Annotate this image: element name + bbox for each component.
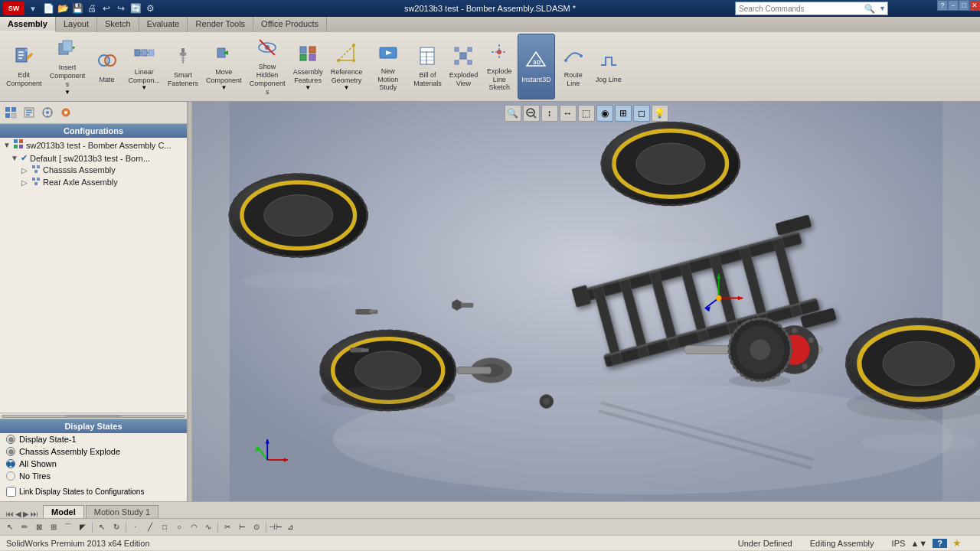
- linear-comp-arrow[interactable]: ▼: [141, 84, 147, 91]
- bt-relation-btn[interactable]: ⊿: [283, 520, 297, 534]
- tree-default-config[interactable]: ▼ ✔ Default [ sw2013b3 test - Born...: [0, 152, 187, 164]
- mate-btn[interactable]: Mate: [90, 34, 124, 99]
- bill-of-materials-btn[interactable]: Bill ofMaterials: [410, 34, 445, 99]
- undo-btn[interactable]: ↩: [100, 2, 113, 15]
- config-icon[interactable]: [39, 104, 56, 121]
- tree-expand-root[interactable]: ▼: [3, 141, 11, 149]
- ds-radio-no-tires[interactable]: [6, 471, 15, 481]
- tab-motion-study[interactable]: Motion Study 1: [86, 505, 158, 518]
- insert-components-arrow[interactable]: ▼: [64, 89, 70, 96]
- bt-line-btn[interactable]: ╱: [143, 520, 157, 534]
- tree-rear-axle[interactable]: ▷ Rear Axle Assembly: [0, 176, 187, 188]
- tab-render[interactable]: Render Tools: [188, 17, 253, 32]
- redo-btn[interactable]: ↪: [114, 2, 128, 15]
- help-status-btn[interactable]: ?: [933, 539, 947, 548]
- linear-comp-btn[interactable]: LinearCompon... ▼: [126, 34, 164, 99]
- bt-sketch-btn[interactable]: ✏: [18, 520, 31, 534]
- insert-components-btn[interactable]: InsertComponents ▼: [47, 34, 89, 99]
- close-btn[interactable]: ✕: [969, 0, 980, 11]
- assembly-features-btn[interactable]: AssemblyFeatures ▼: [290, 34, 326, 99]
- ds-radio-chassis-explode[interactable]: [6, 447, 15, 456]
- bt-offset-btn[interactable]: ⊙: [250, 520, 263, 534]
- display-style-btn[interactable]: ◻: [633, 105, 650, 122]
- tree-chassis[interactable]: ▷ Chasssis Assembly: [0, 164, 187, 176]
- section-view-btn[interactable]: ⊞: [615, 105, 632, 122]
- units-dropdown[interactable]: ▲▼: [907, 539, 930, 548]
- tree-expand-default[interactable]: ▼: [11, 154, 18, 162]
- rebuild-btn[interactable]: 🔄: [129, 2, 142, 15]
- assembly-features-arrow[interactable]: ▼: [305, 84, 311, 91]
- properties-icon[interactable]: [21, 104, 38, 121]
- tree-expand-rear-axle[interactable]: ▷: [21, 178, 29, 187]
- tab-sketch[interactable]: Sketch: [97, 17, 139, 32]
- help-btn[interactable]: ?: [937, 0, 948, 11]
- bt-arrow-btn[interactable]: ↖: [95, 520, 109, 534]
- save-btn[interactable]: 💾: [70, 2, 84, 15]
- move-component-btn[interactable]: MoveComponent ▼: [203, 34, 245, 99]
- search-dropdown[interactable]: ▼: [877, 5, 887, 12]
- viewport[interactable]: 🔍 ↕ ↔ ⬚ ◉ ⊞ ◻ 💡: [192, 102, 980, 501]
- tab-office[interactable]: Office Products: [253, 17, 327, 32]
- view-orient-btn[interactable]: ◉: [596, 105, 613, 122]
- bt-arc-btn[interactable]: ◠: [187, 520, 201, 534]
- rotate-btn[interactable]: ↔: [560, 105, 577, 122]
- zoom-out-btn[interactable]: [523, 105, 540, 122]
- bt-rect-btn[interactable]: □: [158, 520, 172, 534]
- display-manager-icon[interactable]: [57, 104, 74, 121]
- ds-radio-state1[interactable]: [6, 435, 15, 444]
- ds-item-chassis-explode[interactable]: Chassis Assembly Explode: [0, 445, 187, 458]
- exploded-view-btn[interactable]: ExplodedView: [446, 34, 482, 99]
- bt-spline-btn[interactable]: ∿: [201, 520, 215, 534]
- minimize-btn[interactable]: −: [948, 0, 959, 11]
- link-display-label[interactable]: Link Display States to Configurations: [19, 487, 144, 496]
- bt-fillet-btn[interactable]: ⌒: [61, 520, 75, 534]
- bt-circle-btn[interactable]: ○: [172, 520, 186, 534]
- reference-geometry-arrow[interactable]: ▼: [343, 84, 349, 91]
- bt-select-btn[interactable]: ↖: [3, 520, 17, 534]
- bt-trim-btn[interactable]: ✂: [220, 520, 234, 534]
- search-input[interactable]: [736, 5, 862, 13]
- new-motion-btn[interactable]: New MotionStudy: [367, 34, 409, 99]
- move-component-arrow[interactable]: ▼: [220, 84, 227, 91]
- tree-root[interactable]: ▼ sw2013b3 test - Bomber Assembly C...: [0, 138, 187, 152]
- scrollbar-track[interactable]: [2, 415, 185, 418]
- scrollbar-thumb[interactable]: [66, 416, 120, 417]
- tab-last-btn[interactable]: ⏭: [31, 510, 38, 518]
- options-btn[interactable]: ⚙: [143, 2, 157, 15]
- tree-expand-chassis[interactable]: ▷: [21, 166, 29, 174]
- zoom-in-btn[interactable]: 🔍: [505, 105, 521, 122]
- tab-first-btn[interactable]: ⏮: [6, 510, 14, 518]
- bt-pattern-btn[interactable]: ⊞: [47, 520, 60, 534]
- smart-fasteners-btn[interactable]: SmartFasteners: [165, 34, 201, 99]
- bt-rotate-btn[interactable]: ↻: [109, 520, 123, 534]
- new-btn[interactable]: 📄: [41, 2, 55, 15]
- bt-point-btn[interactable]: ·: [129, 520, 142, 534]
- route-line-btn[interactable]: RouteLine: [557, 34, 590, 99]
- ds-item-no-tires[interactable]: No Tires: [0, 470, 187, 482]
- tab-assembly[interactable]: Assembly: [0, 17, 56, 32]
- pan-btn[interactable]: ↕: [541, 105, 558, 122]
- reference-geometry-btn[interactable]: ReferenceGeometry ▼: [328, 34, 366, 99]
- zoom-fit-btn[interactable]: ⬚: [578, 105, 595, 122]
- open-btn[interactable]: 📂: [56, 2, 70, 15]
- tab-model[interactable]: Model: [43, 505, 84, 518]
- ds-radio-all-shown[interactable]: [6, 459, 15, 468]
- bt-chamfer-btn[interactable]: ◤: [76, 520, 90, 534]
- link-display-checkbox[interactable]: [6, 487, 16, 497]
- bt-dim-btn[interactable]: ⊣⊢: [269, 520, 283, 534]
- gold-star-btn[interactable]: ★: [949, 537, 965, 549]
- bt-mirror-btn[interactable]: ⊠: [32, 520, 46, 534]
- tab-layout[interactable]: Layout: [56, 17, 97, 32]
- maximize-btn[interactable]: □: [959, 0, 969, 11]
- print-btn[interactable]: 🖨: [85, 2, 99, 15]
- edit-component-btn[interactable]: EditComponent: [3, 34, 45, 99]
- ds-item-state1[interactable]: Display State-1: [0, 433, 187, 445]
- feature-tree-icon[interactable]: [2, 104, 19, 121]
- instant3d-btn[interactable]: 3D Instant3D: [518, 34, 555, 99]
- lighting-btn[interactable]: 💡: [652, 105, 668, 122]
- ds-item-all-shown[interactable]: All Shown: [0, 458, 187, 470]
- jog-line-btn[interactable]: Jog Line: [592, 34, 626, 99]
- tab-evaluate[interactable]: Evaluate: [139, 17, 188, 32]
- show-hidden-btn[interactable]: ShowHiddenComponents: [247, 34, 289, 99]
- bt-extend-btn[interactable]: ⊢: [235, 520, 249, 534]
